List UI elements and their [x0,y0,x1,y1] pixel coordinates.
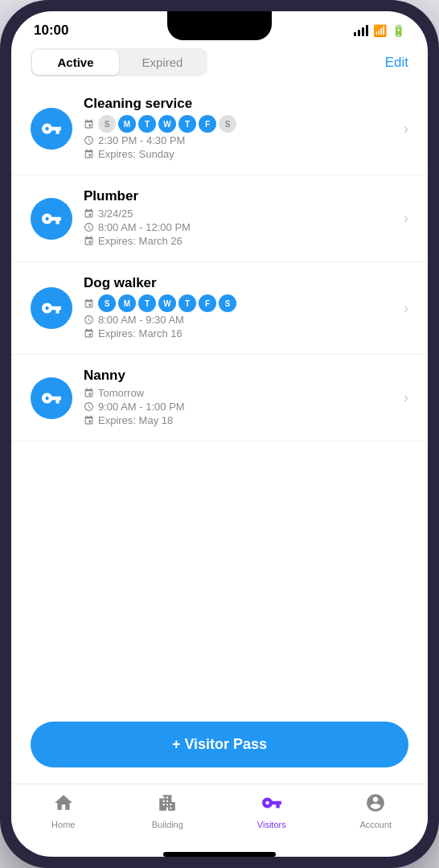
dw-day-mon: M [118,294,136,312]
chevron-icon-plumber: › [404,210,408,227]
pass-time-cleaning: 2:30 PM - 4:30 PM [84,134,397,146]
passes-list: Cleaning service S M T W T F S [11,83,428,709]
pass-days-dogwalker: S M T W T F S [84,294,397,312]
home-indicator [163,852,276,857]
dw-day-wed: W [158,294,176,312]
tab-account[interactable]: Account [324,792,429,829]
day-mon: M [118,115,136,133]
pass-name-dogwalker: Dog walker [84,275,397,291]
chevron-icon-dogwalker: › [404,300,408,317]
pass-info-nanny: Nanny Tomorrow 9:00 AM - 1:00 PM Expires… [84,368,397,428]
day-sat: S [219,115,236,133]
pass-name-nanny: Nanny [84,368,397,384]
account-icon [365,792,386,817]
pass-icon-nanny [31,377,72,419]
dw-day-fri: F [199,294,216,312]
pass-expires-cleaning: Expires: Sunday [84,148,397,160]
tab-expired[interactable]: Expired [119,50,206,75]
day-sun: S [98,115,116,133]
pass-days-cleaning: S M T W T F S [84,115,397,133]
segment-bar: Active Expired Edit [11,39,428,83]
day-pills-dogwalker: S M T W T F S [98,294,236,312]
pass-item-cleaning[interactable]: Cleaning service S M T W T F S [11,83,428,175]
day-wed: W [158,115,176,133]
tab-visitors[interactable]: Visitors [220,792,324,829]
pass-info-dogwalker: Dog walker S M T W T F S [84,275,397,341]
dw-day-sun: S [98,294,116,312]
tab-building-label: Building [152,820,183,829]
pass-date-nanny: Tomorrow [84,387,397,399]
day-pills-cleaning: S M T W T F S [98,115,236,133]
tab-home-label: Home [51,820,75,829]
chevron-icon-nanny: › [404,389,408,406]
dw-day-tue: T [138,294,156,312]
battery-icon: 🔋 [392,24,405,37]
pass-name-cleaning: Cleaning service [84,96,397,112]
dw-day-thu: T [178,294,196,312]
tab-visitors-label: Visitors [257,820,286,829]
status-time: 10:00 [34,23,68,39]
pass-date-plumber: 3/24/25 [84,208,397,220]
building-icon [157,792,178,817]
pass-icon-plumber [31,198,72,240]
phone-screen: 10:00 📶 🔋 Active Expired Edit [11,11,428,857]
tab-building[interactable]: Building [116,792,220,829]
notch [167,11,272,40]
status-bar: 10:00 📶 🔋 [11,11,428,39]
pass-expires-plumber: Expires: March 26 [84,235,397,247]
day-thu: T [178,115,196,133]
tab-home[interactable]: Home [11,792,116,829]
visitor-pass-button[interactable]: + Visitor Pass [31,722,408,767]
pass-icon-dogwalker [31,287,72,329]
pass-info-plumber: Plumber 3/24/25 8:00 AM - 12:00 PM Expir… [84,188,397,249]
pass-expires-dogwalker: Expires: March 16 [84,327,397,339]
tab-bar: Home Building Visitors Account [11,784,428,849]
tab-active[interactable]: Active [32,50,119,75]
pass-item-plumber[interactable]: Plumber 3/24/25 8:00 AM - 12:00 PM Expir… [11,175,428,262]
pass-time-plumber: 8:00 AM - 12:00 PM [84,221,397,233]
wifi-icon: 📶 [373,24,387,37]
signal-icon [354,25,368,36]
home-icon [53,792,74,817]
pass-item-nanny[interactable]: Nanny Tomorrow 9:00 AM - 1:00 PM Expires… [11,355,428,442]
pass-item-dogwalker[interactable]: Dog walker S M T W T F S [11,262,428,355]
day-fri: F [199,115,216,133]
pass-name-plumber: Plumber [84,188,397,204]
edit-button[interactable]: Edit [385,55,408,71]
dw-day-sat: S [219,294,236,312]
chevron-icon-cleaning: › [404,121,408,138]
phone-shell: 10:00 📶 🔋 Active Expired Edit [0,0,439,868]
segment-control: Active Expired [31,48,207,76]
key-icon [261,792,282,817]
pass-time-nanny: 9:00 AM - 1:00 PM [84,401,397,413]
pass-info-cleaning: Cleaning service S M T W T F S [84,96,397,162]
pass-time-dogwalker: 8:00 AM - 9:30 AM [84,314,397,326]
pass-icon-cleaning [31,108,72,150]
day-tue: T [138,115,156,133]
tab-account-label: Account [359,820,392,829]
pass-expires-nanny: Expires: May 18 [84,414,397,426]
status-icons: 📶 🔋 [354,24,405,37]
